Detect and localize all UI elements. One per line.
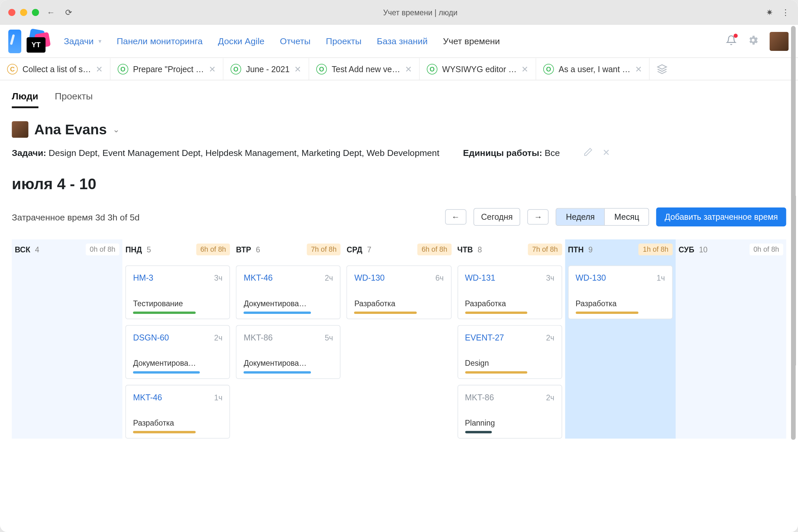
tab-stack-icon[interactable] [650, 58, 675, 80]
day-header: ВТР 6 7h of 8h [236, 240, 341, 259]
issue-tab[interactable]: O As a user, I want … ✕ [536, 58, 650, 80]
card-hours: 6ч [435, 273, 443, 282]
hours-pill: 7h of 8h [307, 243, 341, 255]
time-card[interactable]: EVENT-27 2ч Design [457, 325, 562, 379]
tasks-filter-value: Design Dept, Event Management Dept, Help… [49, 148, 439, 158]
card-issue-id[interactable]: MKT-86 [465, 392, 494, 402]
browser-chrome: ← ⟳ Учет времени | люди ✷ ⋮ [0, 0, 798, 25]
close-tab-icon[interactable]: ✕ [405, 64, 412, 74]
day-header: ЧТВ 8 7h of 8h [457, 240, 562, 259]
browser-menu-icon[interactable]: ⋮ [781, 8, 790, 17]
issue-tab-label: Collect a list of s… [23, 64, 91, 74]
card-status-stripe [244, 371, 311, 374]
card-status-stripe [133, 431, 195, 433]
issue-badge: O [543, 63, 554, 74]
extensions-icon[interactable]: ✷ [766, 8, 773, 17]
card-activity: Документирова… [244, 299, 333, 308]
issue-tab[interactable]: O June - 2021 ✕ [224, 58, 309, 80]
issue-tab[interactable]: C Collect a list of s… ✕ [0, 58, 110, 80]
month-option[interactable]: Месяц [604, 209, 649, 225]
back-button[interactable]: ← [45, 8, 57, 17]
reload-button[interactable]: ⟳ [62, 8, 75, 17]
edit-filter-icon[interactable] [584, 147, 593, 158]
hours-pill: 6h of 8h [417, 243, 451, 255]
close-tab-icon[interactable]: ✕ [209, 64, 216, 74]
card-issue-id[interactable]: WD-131 [465, 273, 495, 282]
card-issue-id[interactable]: HM-3 [133, 273, 153, 282]
next-week-button[interactable]: → [527, 209, 549, 225]
issue-tab-label: WYSIWYG editor … [442, 64, 517, 74]
time-card[interactable]: HM-3 3ч Тестирование [125, 265, 230, 319]
user-avatar[interactable] [770, 32, 789, 51]
card-hours: 2ч [214, 333, 223, 342]
view-range-toggle: Неделя Месяц [556, 208, 649, 226]
add-time-button[interactable]: Добавить затраченное время [657, 208, 786, 226]
day-number: 6 [256, 245, 260, 254]
close-window-icon[interactable] [8, 9, 15, 16]
card-hours: 5ч [325, 333, 333, 342]
day-header: ПНД 5 6h of 8h [125, 240, 230, 259]
vertical-scrollbar[interactable] [791, 26, 796, 440]
card-activity: Разработка [575, 299, 665, 308]
nav-projects[interactable]: Проекты [326, 36, 361, 46]
close-tab-icon[interactable]: ✕ [635, 64, 642, 74]
time-card[interactable]: WD-130 6ч Разработка [347, 265, 452, 319]
card-activity: Документирова… [244, 359, 333, 368]
nav-reports[interactable]: Отчеты [280, 36, 310, 46]
nav-tasks[interactable]: Задачи [64, 36, 94, 46]
close-tab-icon[interactable]: ✕ [521, 64, 528, 74]
day-number: 5 [147, 245, 151, 254]
close-tab-icon[interactable]: ✕ [96, 64, 103, 74]
time-card[interactable]: MKT-46 2ч Документирова… [236, 265, 341, 319]
card-issue-id[interactable]: MKT-46 [133, 392, 162, 402]
prev-week-button[interactable]: ← [445, 209, 466, 225]
user-dropdown-icon[interactable]: ⌄ [113, 125, 120, 134]
close-tab-icon[interactable]: ✕ [294, 64, 301, 74]
nav-timesheet[interactable]: Учет времени [443, 36, 500, 46]
day-column: ВСК 4 0h of 8h [12, 240, 123, 439]
time-card[interactable]: MKT-86 2ч Planning [457, 385, 562, 439]
issue-tab[interactable]: O WYSIWYG editor … ✕ [420, 58, 536, 80]
card-status-stripe [465, 431, 492, 433]
card-issue-id[interactable]: MKT-86 [244, 333, 273, 342]
chevron-down-icon[interactable]: ▾ [98, 38, 101, 44]
selected-user-name: Ana Evans [34, 121, 107, 138]
tasks-filter: Задачи: Design Dept, Event Management De… [12, 148, 440, 158]
maximize-window-icon[interactable] [32, 9, 39, 16]
nav-dashboards[interactable]: Панели мониторинга [117, 36, 203, 46]
card-status-stripe [465, 311, 527, 314]
clear-filter-icon[interactable]: ✕ [603, 147, 610, 158]
time-card[interactable]: MKT-46 1ч Разработка [125, 385, 230, 439]
time-card[interactable]: WD-130 1ч Разработка [568, 265, 673, 319]
card-issue-id[interactable]: WD-130 [575, 273, 606, 282]
time-card[interactable]: DSGN-60 2ч Документирова… [125, 325, 230, 379]
minimize-window-icon[interactable] [20, 9, 27, 16]
day-of-week: СРД [347, 245, 362, 254]
week-option[interactable]: Неделя [557, 209, 605, 225]
card-issue-id[interactable]: MKT-46 [244, 273, 273, 282]
day-header: ПТН 9 1h of 8h [568, 240, 673, 259]
tasks-filter-label: Задачи: [12, 148, 46, 158]
notifications-icon[interactable] [726, 35, 737, 47]
today-button[interactable]: Сегодня [474, 208, 521, 226]
card-issue-id[interactable]: EVENT-27 [465, 333, 504, 342]
settings-icon[interactable] [747, 34, 759, 48]
nav-kb[interactable]: База знаний [377, 36, 428, 46]
card-issue-id[interactable]: DSGN-60 [133, 333, 169, 342]
brand[interactable]: YT [8, 29, 49, 53]
app-icon [8, 29, 21, 53]
main-nav: YT Задачи ▾ Панели мониторинга Доски Agi… [0, 25, 798, 58]
issue-tab[interactable]: O Prepare "Project … ✕ [110, 58, 224, 80]
card-issue-id[interactable]: WD-130 [355, 273, 385, 282]
tab-projects[interactable]: Проекты [55, 91, 93, 108]
time-card[interactable]: WD-131 3ч Разработка [457, 265, 562, 319]
hours-pill: 0h of 8h [86, 243, 119, 255]
card-activity: Разработка [465, 299, 554, 308]
time-card[interactable]: MKT-86 5ч Документирова… [236, 325, 341, 379]
tab-people[interactable]: Люди [12, 91, 38, 108]
window-controls [8, 9, 39, 16]
issue-tab[interactable]: O Test Add new ve… ✕ [309, 58, 420, 80]
card-hours: 1ч [657, 273, 665, 282]
nav-agile[interactable]: Доски Agile [218, 36, 265, 46]
day-header: СУБ 10 0h of 8h [679, 240, 783, 259]
